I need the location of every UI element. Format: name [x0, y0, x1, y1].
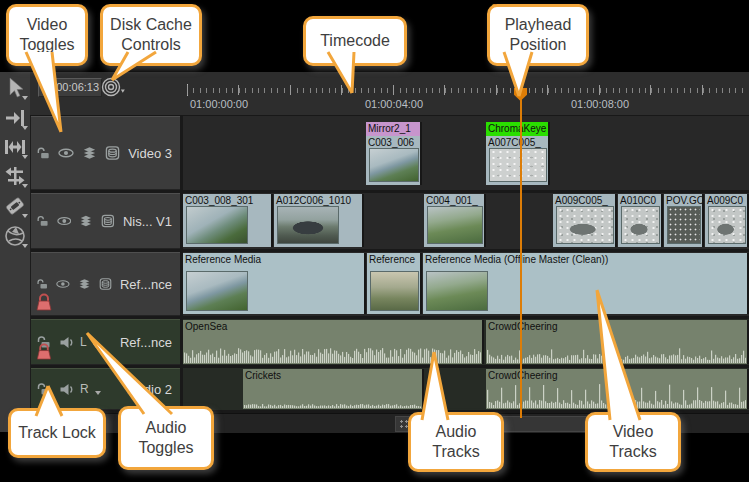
callout-text: Video Toggles [9, 15, 85, 54]
red-lock-icon [35, 342, 53, 361]
audio-waveform [244, 381, 421, 408]
audio-waveform [487, 381, 746, 408]
clip-name: OpenSea [183, 320, 482, 333]
ruler-label: 01:00:00:00 [190, 98, 248, 110]
trim-tool[interactable] [1, 133, 29, 161]
track-header-reference-audio[interactable]: L Ref...nce [30, 319, 180, 365]
callout-timecode: Timecode [303, 16, 407, 66]
callout-video-toggles: Video Toggles [6, 4, 88, 66]
chevron-down-icon[interactable] [93, 344, 99, 348]
track-content-reference-video[interactable]: Reference MediaReferenceReference Media … [183, 252, 749, 316]
disk-cache-icon[interactable] [100, 76, 126, 102]
timeline-clip[interactable]: CrowdCheering [486, 320, 749, 364]
callout-text: Playhead Position [490, 15, 586, 54]
cache-icon[interactable] [99, 276, 112, 292]
track-name: Video 3 [128, 146, 172, 161]
clip-thumbnail [489, 148, 547, 182]
razor-tool[interactable] [1, 192, 29, 220]
timecode-ruler[interactable]: 01:00:00:00 01:00:04:00 01:00:08:00 [183, 72, 749, 115]
timeline-clip[interactable]: Reference Media (Offline Master (Clean)) [423, 253, 749, 314]
audio-waveform [487, 343, 746, 363]
timeline-clip[interactable]: C004_001_ [424, 194, 486, 247]
track-name: Audio 2 [128, 382, 172, 397]
monitor-eye-icon[interactable] [58, 147, 74, 159]
speaker-icon[interactable] [59, 336, 75, 349]
ruler-label: 01:00:04:00 [365, 98, 423, 110]
monitor-eye-icon[interactable] [56, 278, 70, 290]
clip-thumbnail [186, 271, 248, 311]
master-timecode-display[interactable]: 01:00:06:13 [38, 78, 102, 97]
track-header-audio-2[interactable]: R Audio 2 [30, 368, 180, 410]
clip-thumbnail [426, 271, 488, 311]
effect-label: Mirror2_1 [366, 122, 420, 136]
callout-audio-tracks: Audio Tracks [408, 412, 504, 472]
monitor-eye-icon[interactable] [57, 215, 72, 227]
playhead-line[interactable] [520, 86, 522, 418]
timeline-clip[interactable]: A010C0 [618, 194, 663, 247]
channel-toggle[interactable]: R [80, 382, 89, 396]
insert-edit-tool[interactable] [1, 104, 29, 132]
timeline-window: 01:00:06:13 01:00:00:00 01:00:04:00 01:0… [0, 0, 749, 482]
track-content-reference-audio[interactable]: OpenSeaCrowdCheering [183, 319, 749, 365]
chevron-down-icon[interactable] [95, 391, 101, 395]
timeline-clip[interactable]: POV.GO [664, 194, 704, 247]
clip-name: Reference [367, 253, 420, 266]
slip-slide-tool[interactable] [1, 162, 29, 190]
track-content-video-3[interactable]: Mirror2_1C003_006ChromaKeyeA007C005_ [183, 116, 749, 190]
timeline-top-bar: 01:00:06:13 01:00:00:00 01:00:04:00 01:0… [30, 72, 749, 116]
effects-globe-tool[interactable] [1, 222, 29, 250]
timeline-clip[interactable]: CrowdCheering [486, 369, 749, 409]
timeline-clip[interactable]: A009C005_ [553, 194, 617, 247]
chevron-down-icon [22, 96, 28, 100]
clip-thumbnail [667, 206, 701, 244]
track-content-audio-2[interactable]: CricketsCrowdCheering [183, 368, 749, 410]
cache-icon[interactable] [101, 213, 115, 229]
track-header-reference-video[interactable]: Ref...nce [30, 252, 180, 316]
timeline-clip[interactable]: Crickets [243, 369, 424, 409]
track-name: Nis... V1 [123, 214, 172, 229]
callout-text: Audio Toggles [121, 418, 211, 457]
clip-thumbnail [369, 148, 419, 182]
clip-name: Reference Media (Offline Master (Clean)) [423, 253, 747, 266]
speaker-icon[interactable] [59, 383, 75, 396]
timeline-clip[interactable]: Reference Media [183, 253, 366, 314]
clip-name: Reference Media [183, 253, 364, 266]
callout-text: Video Tracks [588, 422, 678, 461]
audio-waveform [184, 343, 481, 363]
timeline-clip[interactable]: Mirror2_1C003_006 [366, 122, 422, 185]
track-header-video-3[interactable]: Video 3 [30, 116, 180, 190]
ruler-major-ticks [187, 85, 747, 95]
track-lock-icon[interactable] [36, 146, 50, 160]
timeline-clip[interactable]: OpenSea [183, 320, 484, 364]
track-lock-icon[interactable] [36, 382, 51, 396]
track-name: Ref...nce [120, 277, 172, 292]
track-header-v1[interactable]: Nis... V1 [30, 193, 180, 249]
timeline-clip[interactable]: A009C0 [705, 194, 749, 247]
timeline-clip[interactable]: ChromaKeyeA007C005_ [486, 122, 550, 185]
callout-text: Audio Tracks [411, 422, 501, 461]
track-lock-icon[interactable] [36, 214, 49, 228]
effect-label: ChromaKeye [486, 122, 548, 136]
selection-tool[interactable] [1, 74, 29, 102]
clip-thumbnail [621, 206, 660, 244]
channel-toggle[interactable]: L [80, 335, 87, 349]
timeline-clip[interactable]: C003_008_301 [183, 194, 273, 247]
red-lock-icon [35, 292, 53, 312]
callout-playhead-position: Playhead Position [487, 4, 589, 66]
layers-icon[interactable] [79, 214, 93, 228]
clip-thumbnail [277, 206, 339, 244]
timeline-clip[interactable]: Reference [367, 253, 422, 314]
callout-audio-toggles: Audio Toggles [118, 406, 214, 470]
chevron-down-icon [22, 155, 28, 159]
timeline-clip[interactable]: A012C006_1010 [274, 194, 364, 247]
clip-thumbnail [427, 206, 483, 244]
cache-icon[interactable] [105, 145, 120, 161]
track-content-v1[interactable]: C003_008_301A012C006_1010C004_001_A009C0… [183, 193, 749, 249]
chevron-down-icon [22, 126, 28, 130]
clip-thumbnail [556, 206, 614, 244]
smart-tool-palette [0, 72, 31, 432]
track-lock-icon[interactable] [36, 277, 48, 291]
layers-icon[interactable] [78, 277, 91, 291]
chevron-down-icon [22, 214, 28, 218]
layers-icon[interactable] [82, 146, 97, 160]
